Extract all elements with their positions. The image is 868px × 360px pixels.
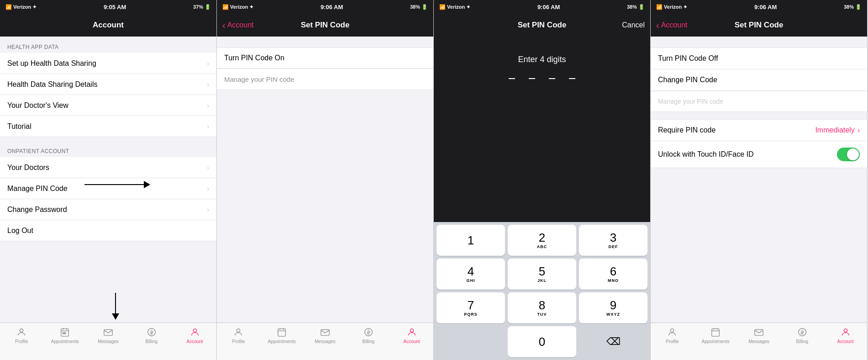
tab-account-1[interactable]: Account: [173, 327, 216, 344]
screen-2-set-pin: 📶 Verizon ✦ 9:06 AM 38% 🔋 ‹ Account Set …: [217, 0, 434, 360]
carrier-2: 📶 Verizon ✦: [222, 4, 253, 10]
key-9[interactable]: 9WXYZ: [579, 292, 647, 323]
key-2[interactable]: 2ABC: [508, 225, 576, 256]
item-label-change-password: Change Password: [7, 206, 67, 214]
svg-rect-6: [64, 333, 66, 334]
key-1[interactable]: 1: [437, 225, 505, 256]
tab-label-profile-1: Profile: [15, 339, 28, 344]
chevron-health-details: ›: [207, 81, 209, 88]
key-delete[interactable]: ⌫: [579, 326, 647, 357]
tab-bar-4: Profile Appointments Messages Billing Ac…: [651, 323, 867, 360]
nav-cancel-3[interactable]: Cancel: [622, 21, 645, 29]
settings-item-turn-off[interactable]: Turn PIN Code Off: [651, 48, 867, 69]
list-item-doctor-view[interactable]: Your Doctor's View ›: [0, 95, 216, 116]
tab-label-profile-4: Profile: [666, 339, 679, 344]
toggle-touch-id[interactable]: [837, 148, 860, 161]
svg-point-17: [410, 329, 413, 332]
tab-messages-4[interactable]: Messages: [737, 327, 781, 344]
pin-entry-content: Enter 4 digits 1 2ABC 3DEF 4GHI 5JKL 6MN…: [434, 37, 650, 360]
account-icon-4: [840, 327, 851, 338]
svg-rect-11: [278, 329, 286, 337]
list-item-logout[interactable]: Log Out: [0, 220, 216, 241]
tab-billing-4[interactable]: Billing: [780, 327, 824, 344]
list-item-change-password[interactable]: Change Password ›: [0, 199, 216, 220]
tab-messages-2[interactable]: Messages: [304, 327, 347, 344]
tab-messages-1[interactable]: Messages: [87, 327, 130, 344]
list-item-turn-pin-on[interactable]: Turn PIN Code On: [217, 48, 433, 69]
svg-rect-7: [104, 330, 112, 336]
nav-back-4[interactable]: ‹ Account: [656, 20, 687, 31]
settings-item-touch-id[interactable]: Unlock with Touch ID/Face ID: [651, 141, 867, 168]
key-6[interactable]: 6MNO: [579, 259, 647, 290]
battery-2: 38% 🔋: [410, 4, 428, 10]
tab-label-account-1: Account: [187, 339, 203, 344]
carrier-1: 📶 Verizon ✦: [5, 4, 37, 10]
settings-item-require-pin[interactable]: Require PIN code Immediately ›: [651, 120, 867, 141]
screen-1-account: 📶 Verizon ✦ 9:05 AM 37% 🔋 Account HEALTH…: [0, 0, 217, 360]
delete-icon: ⌫: [606, 336, 621, 348]
back-chevron-2: ‹: [222, 20, 226, 31]
keypad: 1 2ABC 3DEF 4GHI 5JKL 6MNO 7PQRS 8TUV 9W…: [434, 222, 650, 360]
tab-appointments-4[interactable]: Appointments: [694, 327, 737, 344]
pin-dot-4: [569, 78, 575, 79]
nav-back-2[interactable]: ‹ Account: [222, 20, 253, 31]
carrier-3: 📶 Verizon ✦: [439, 4, 470, 10]
settings-item-change-pin[interactable]: Change PIN Code: [651, 69, 867, 91]
item-value-immediately: Immediately ›: [815, 126, 860, 134]
svg-point-16: [365, 328, 373, 336]
tab-label-profile-2: Profile: [232, 339, 245, 344]
tab-label-account-4: Account: [837, 339, 854, 344]
appointments-icon-4: [710, 327, 721, 338]
nav-bar-1: Account: [0, 14, 216, 37]
svg-point-10: [237, 329, 240, 332]
key-4[interactable]: 4GHI: [437, 259, 505, 290]
item-label-your-doctors: Your Doctors: [7, 164, 49, 172]
pin-description-2: Manage your PIN code: [217, 69, 433, 90]
pin-placeholder-4: Manage your PIN code: [651, 91, 867, 112]
item-label-setup-health: Set up Health Data Sharing: [7, 59, 96, 68]
list-item-your-doctors[interactable]: Your Doctors ›: [0, 157, 216, 178]
tab-bar-2: Profile Appointments Messages Billing Ac…: [217, 323, 433, 360]
time-1: 9:05 AM: [104, 4, 126, 11]
appointments-icon-1: [59, 327, 70, 338]
tab-appointments-1[interactable]: Appointments: [43, 327, 87, 344]
account-icon-2: [406, 327, 417, 338]
status-bar-4: 📶 Verizon ✦ 9:06 AM 38% 🔋: [651, 0, 867, 14]
list-item-tutorial[interactable]: Tutorial ›: [0, 116, 216, 137]
billing-icon-2: [363, 327, 374, 338]
nav-bar-4: ‹ Account Set PIN Code: [651, 14, 867, 37]
svg-point-24: [799, 328, 806, 336]
list-item-setup-health[interactable]: Set up Health Data Sharing ›: [0, 53, 216, 74]
pin-settings-list: Turn PIN Code Off Change PIN Code: [651, 48, 867, 91]
time-4: 9:06 AM: [754, 4, 777, 11]
section-header-health: HEALTH APP DATA: [0, 37, 216, 53]
tab-appointments-2[interactable]: Appointments: [260, 327, 304, 344]
key-0[interactable]: 0: [508, 326, 576, 357]
list-item-health-details[interactable]: Health Data Sharing Details ›: [0, 74, 216, 95]
back-chevron-4: ‹: [656, 20, 659, 31]
profile-icon-4: [667, 327, 678, 338]
tab-billing-1[interactable]: Billing: [130, 327, 173, 344]
key-3[interactable]: 3DEF: [579, 225, 647, 256]
nav-bar-2: ‹ Account Set PIN Code: [217, 14, 433, 37]
billing-icon-1: [146, 327, 157, 338]
key-5[interactable]: 5JKL: [508, 259, 576, 290]
tab-profile-4[interactable]: Profile: [651, 327, 694, 344]
tab-account-4[interactable]: Account: [824, 327, 867, 344]
svg-point-8: [148, 328, 156, 336]
tab-account-2[interactable]: Account: [390, 327, 433, 344]
tab-profile-1[interactable]: Profile: [0, 327, 43, 344]
tab-label-messages-4: Messages: [748, 339, 769, 344]
pin-dot-1: [509, 78, 515, 79]
chevron-tutorial: ›: [207, 123, 209, 130]
messages-icon-4: [753, 327, 764, 338]
svg-point-9: [193, 329, 196, 332]
item-text-change-pin: Change PIN Code: [658, 76, 717, 84]
key-8[interactable]: 8TUV: [508, 292, 576, 323]
tab-billing-2[interactable]: Billing: [347, 327, 390, 344]
chevron-setup-health: ›: [207, 60, 209, 67]
tab-profile-2[interactable]: Profile: [217, 327, 260, 344]
key-7[interactable]: 7PQRS: [437, 292, 505, 323]
list-item-manage-pin[interactable]: Manage PIN Code ›: [0, 178, 216, 199]
battery-4: 38% 🔋: [844, 4, 862, 10]
